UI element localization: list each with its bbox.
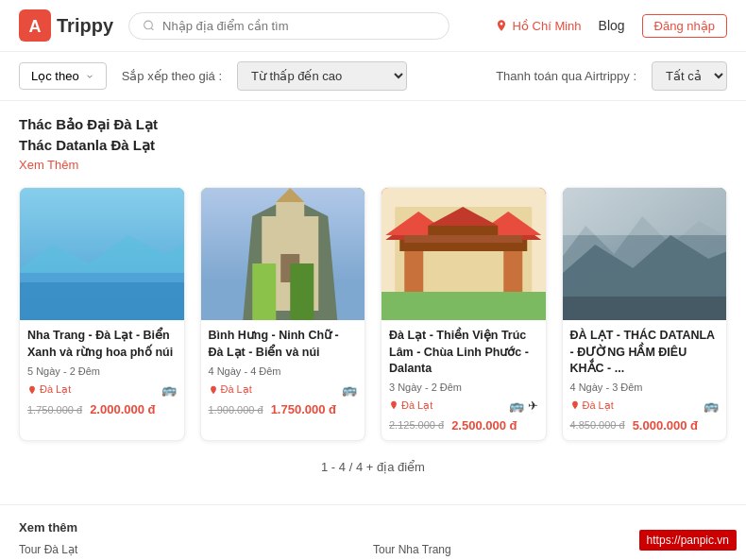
location-name-1: Đà Lạt — [40, 383, 71, 396]
footer-left: Xem thêm Tour Đà Lạt Tour Phú Quốc Tour … — [19, 520, 373, 561]
header: A Trippy Hồ Chí Minh Blog Đăng nhập — [0, 0, 746, 52]
price-old-2: 1.900.000 đ — [209, 404, 263, 416]
price-new-2: 1.750.000 đ — [271, 402, 336, 416]
price-old-3: 2.125.000 đ — [389, 419, 444, 431]
search-icon — [143, 19, 155, 32]
card-meta-2: Đà Lạt 🚌 — [209, 382, 358, 397]
svg-rect-14 — [252, 263, 276, 320]
svg-rect-11 — [276, 202, 304, 221]
card-transport-icons-2: 🚌 — [342, 382, 357, 397]
bus-icon-1: 🚌 — [161, 382, 177, 397]
svg-rect-28 — [381, 292, 546, 320]
card-price-2: 1.900.000 đ 1.750.000 đ — [209, 402, 358, 416]
bus-icon-2: 🚌 — [342, 382, 357, 397]
card-image-3 — [381, 188, 546, 320]
price-new-4: 5.000.000 đ — [633, 418, 698, 433]
header-right: Hồ Chí Minh Blog Đăng nhập — [495, 14, 727, 38]
card-body-1: Nha Trang - Đà Lạt - Biển Xanh và rừng h… — [20, 320, 184, 424]
card-title-1: Nha Trang - Đà Lạt - Biển Xanh và rừng h… — [27, 328, 177, 362]
svg-point-2 — [144, 21, 153, 29]
main-content: Thác Bảo Đại Đà Lạt Thác Datanla Đà Lạt … — [0, 101, 746, 504]
cards-grid: Nha Trang - Đà Lạt - Biển Xanh và rừng h… — [19, 187, 727, 441]
location-button[interactable]: Hồ Chí Minh — [495, 19, 582, 33]
card-title-2: Bình Hưng - Ninh Chữ - Đà Lạt - Biển và … — [209, 328, 358, 362]
card-image-4 — [563, 188, 727, 320]
xem-them-link[interactable]: Xem Thêm — [19, 158, 727, 172]
location-name-2: Đà Lạt — [221, 383, 252, 396]
card-location-4: Đà Lạt — [570, 399, 614, 412]
card-duration-1: 5 Ngày - 2 Đêm — [27, 365, 177, 377]
card-price-4: 4.850.000 đ 5.000.000 đ — [570, 418, 720, 433]
svg-rect-7 — [20, 282, 184, 320]
pagination: 1 - 4 / 4 + địa điểm — [19, 460, 727, 474]
svg-rect-27 — [404, 235, 522, 243]
svg-text:A: A — [29, 17, 42, 36]
logo-text: Trippy — [57, 15, 113, 37]
search-input[interactable] — [162, 19, 435, 33]
pagination-text: 1 - 4 / 4 + địa điểm — [321, 460, 425, 474]
card-body-2: Bình Hưng - Ninh Chữ - Đà Lạt - Biển và … — [201, 320, 365, 424]
card-meta-4: Đà Lạt 🚌 — [570, 399, 720, 413]
card-transport-icons-1: 🚌 — [161, 382, 177, 397]
logo[interactable]: A Trippy — [19, 9, 113, 42]
footer-section-title: Xem thêm — [19, 520, 373, 535]
svg-rect-33 — [563, 188, 727, 235]
card-location-3: Đà Lạt — [389, 399, 432, 412]
bus-icon-3: 🚌 — [509, 399, 524, 413]
card-transport-icons-4: 🚌 — [704, 399, 719, 413]
plane-icon-3: ✈ — [528, 399, 538, 413]
location-text: Hồ Chí Minh — [513, 19, 582, 33]
tour-card-1[interactable]: Nha Trang - Đà Lạt - Biển Xanh và rừng h… — [19, 187, 185, 441]
card-title-4: ĐÀ LẠT - THÁC DATANLA - ĐƯỜNG HẦM ĐIÊU K… — [570, 328, 720, 378]
sort-label: Sắp xếp theo giá : — [122, 69, 222, 83]
card-title-3: Đà Lạt - Thiền Viện Trúc Lâm - Chùa Linh… — [389, 328, 538, 378]
card-meta-3: Đà Lạt 🚌 ✈ — [389, 399, 538, 413]
location-name-3: Đà Lạt — [401, 399, 432, 412]
card-location-1: Đà Lạt — [27, 383, 71, 396]
section2-title: Thác Datanla Đà Lạt — [19, 137, 727, 154]
search-bar — [128, 12, 449, 40]
card-duration-2: 4 Ngày - 4 Đêm — [209, 365, 358, 377]
price-new-3: 2.500.000 đ — [451, 418, 517, 433]
sort-select[interactable]: Từ thấp đến cao Từ cao đến thấp — [237, 61, 407, 91]
svg-rect-15 — [290, 263, 314, 320]
filter-bar: Lọc theo Sắp xếp theo giá : Từ thấp đến … — [0, 52, 746, 101]
card-meta-1: Đà Lạt 🚌 — [27, 382, 177, 397]
location-name-4: Đà Lạt — [583, 399, 614, 412]
blog-link[interactable]: Blog — [599, 18, 625, 33]
price-new-1: 2.000.000 đ — [90, 402, 155, 416]
tour-card-3[interactable]: Đà Lạt - Thiền Viện Trúc Lâm - Chùa Linh… — [381, 187, 547, 441]
price-old-1: 1.750.000 đ — [27, 404, 82, 416]
filter-label: Lọc theo — [31, 69, 79, 83]
login-button[interactable]: Đăng nhập — [642, 14, 727, 38]
pin-icon — [495, 19, 508, 32]
footer-link-dalat[interactable]: Tour Đà Lạt — [19, 540, 373, 561]
card-body-3: Đà Lạt - Thiền Viện Trúc Lâm - Chùa Linh… — [381, 320, 546, 440]
logo-icon: A — [19, 9, 51, 42]
card-transport-icons-3: 🚌 ✈ — [509, 399, 538, 413]
price-old-4: 4.850.000 đ — [570, 419, 625, 431]
chevron-down-icon — [85, 72, 94, 81]
card-image-2 — [201, 188, 365, 320]
pin-icon — [570, 400, 580, 410]
tour-card-4[interactable]: ĐÀ LẠT - THÁC DATANLA - ĐƯỜNG HẦM ĐIÊU K… — [562, 187, 728, 441]
bus-icon-4: 🚌 — [704, 399, 719, 413]
section1-title: Thác Bảo Đại Đà Lạt — [19, 116, 727, 133]
card-price-1: 1.750.000 đ 2.000.000 đ — [27, 402, 177, 416]
tour-card-2[interactable]: Bình Hưng - Ninh Chữ - Đà Lạt - Biển và … — [200, 187, 366, 441]
payment-label: Thanh toán qua Airtrippy : — [496, 69, 636, 83]
card-location-2: Đà Lạt — [209, 383, 252, 396]
pin-icon — [389, 400, 398, 410]
pin-icon — [27, 385, 37, 395]
card-body-4: ĐÀ LẠT - THÁC DATANLA - ĐƯỜNG HẦM ĐIÊU K… — [563, 320, 727, 440]
filter-button[interactable]: Lọc theo — [19, 62, 107, 90]
footer-links: Xem thêm Tour Đà Lạt Tour Phú Quốc Tour … — [0, 504, 746, 561]
card-duration-3: 3 Ngày - 2 Đêm — [389, 382, 538, 393]
pin-icon — [209, 385, 218, 395]
card-image-1 — [20, 188, 184, 320]
card-duration-4: 4 Ngày - 3 Đêm — [570, 382, 720, 393]
svg-rect-32 — [563, 297, 727, 320]
watermark: https://panpic.vn — [639, 530, 737, 551]
payment-select[interactable]: Tất cả — [652, 61, 727, 91]
card-price-3: 2.125.000 đ 2.500.000 đ — [389, 418, 538, 433]
